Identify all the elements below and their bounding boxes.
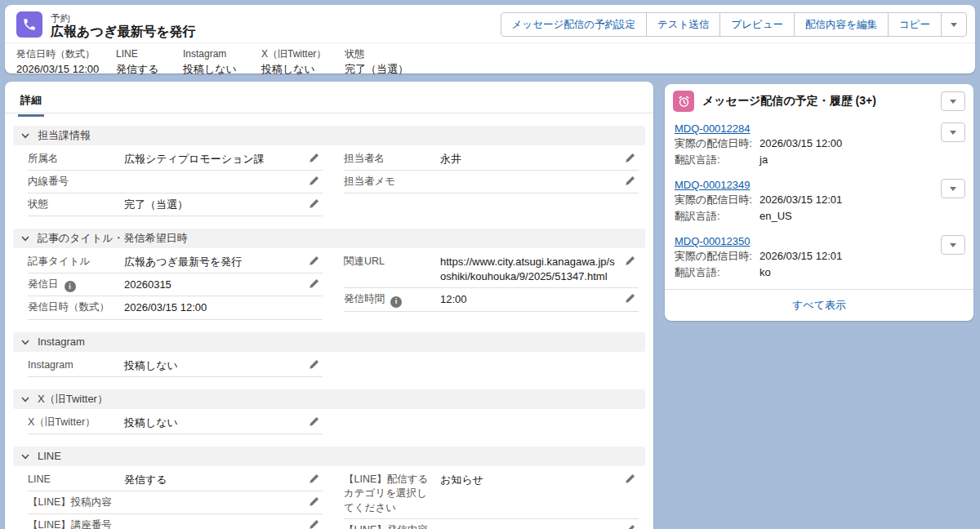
record-field: 翻訳言語: en_US <box>675 208 964 224</box>
alarm-clock-icon <box>673 91 694 112</box>
edit-pencil-icon[interactable] <box>625 473 636 485</box>
highlight-label: Instagram <box>183 49 261 60</box>
edit-pencil-icon[interactable] <box>309 359 320 371</box>
field-row-line: LINE 発信する <box>28 469 323 491</box>
schedule-message-button[interactable]: メッセージ配信の予約設定 <box>501 12 647 37</box>
field-row-extension-number: 内線番号 <box>28 171 323 193</box>
record-field-label: 実際の配信日時: <box>675 136 760 152</box>
chevron-down-icon <box>951 23 957 27</box>
edit-pencil-icon[interactable] <box>309 153 320 164</box>
record-field: 実際の配信日時: 2026/03/15 12:01 <box>675 192 964 208</box>
field-label: 担当者名 <box>344 152 440 167</box>
chevron-down-icon <box>950 131 956 135</box>
edit-delivery-content-button[interactable]: 配信内容を編集 <box>794 12 889 37</box>
field-label: 【LINE】投稿内容 <box>28 496 124 510</box>
phone-icon <box>16 11 42 38</box>
section-instagram: Instagram Instagram 投稿しない <box>13 332 645 377</box>
edit-pencil-icon[interactable] <box>309 278 320 290</box>
edit-pencil-icon[interactable] <box>625 293 636 305</box>
field-column-right: 【LINE】配信するカテゴリを選択してください お知らせ 【LINE】発信内容は <box>344 469 639 529</box>
field-value: 12:00 <box>440 292 639 307</box>
field-row-person-in-charge: 担当者名 永井 <box>344 148 639 171</box>
section-header[interactable]: 担当課情報 <box>13 126 645 145</box>
more-actions-button[interactable] <box>941 12 967 37</box>
preview-button[interactable]: プレビュー <box>719 12 795 37</box>
highlight-send-datetime: 発信日時（数式） 2026/03/15 12:00 <box>16 49 116 76</box>
field-label: 発信日時（数式） <box>28 300 124 315</box>
field-column-left: 記事タイトル 広報あつぎ最新号を発行 発信日i 20260315 発信日時（数式… <box>28 251 323 320</box>
field-value: 2026/03/15 12:00 <box>124 300 323 315</box>
record-field: 実際の配信日時: 2026/03/15 12:00 <box>675 136 964 152</box>
view-all-link[interactable]: すべて表示 <box>792 299 846 311</box>
field-label: 関連URL <box>344 255 440 269</box>
edit-pencil-icon[interactable] <box>309 198 320 210</box>
field-value: 広報あつぎ最新号を発行 <box>124 255 323 269</box>
section-body: 所属名 広報シティプロモーション課 内線番号 状態 完了（当選） 担当者名 <box>13 145 645 216</box>
section-title: X（旧Twitter） <box>38 392 108 407</box>
field-column-right: 関連URL https://www.city.atsugi.kanagawa.j… <box>344 251 639 312</box>
section-header[interactable]: Instagram <box>13 332 645 352</box>
edit-pencil-icon[interactable] <box>309 256 320 267</box>
section-body: LINE 発信する 【LINE】投稿内容 【LINE】講座番号を入力してください <box>13 466 645 529</box>
record-menu-button[interactable] <box>941 235 965 255</box>
chevron-down-icon <box>20 452 30 460</box>
page-title: 広報あつぎ最新号を発行 <box>51 24 196 39</box>
edit-pencil-icon[interactable] <box>625 176 636 187</box>
record-field-label: 翻訳言語: <box>675 264 760 281</box>
field-value: 投稿しない <box>124 358 323 373</box>
record-field-label: 実際の配信日時: <box>675 192 760 208</box>
record-menu-button[interactable] <box>941 122 965 142</box>
edit-pencil-icon[interactable] <box>309 496 320 508</box>
record-field: 翻訳言語: ja <box>675 152 964 168</box>
field-row-instagram: Instagram 投稿しない <box>28 354 323 377</box>
edit-pencil-icon[interactable] <box>625 524 636 529</box>
field-row-line-post-content: 【LINE】投稿内容 <box>28 491 323 514</box>
field-label: 発信日i <box>28 278 124 292</box>
field-row-line-send-content: 【LINE】発信内容は <box>344 519 639 529</box>
test-send-button[interactable]: テスト送信 <box>646 12 720 37</box>
tab-details[interactable]: 詳細 <box>18 93 44 117</box>
record-field-label: 翻訳言語: <box>675 152 760 168</box>
related-list-card: メッセージ配信の予定・履歴 (3+) MDQ-00012284 実際の配信日時:… <box>665 84 973 321</box>
section-header[interactable]: LINE <box>13 447 645 466</box>
field-column-right: 担当者名 永井 担当者メモ <box>344 148 639 193</box>
field-label: LINE <box>28 473 124 487</box>
entity-label: 予約 <box>51 12 70 24</box>
section-body: 記事タイトル 広報あつぎ最新号を発行 発信日i 20260315 発信日時（数式… <box>13 248 645 320</box>
field-label: X（旧Twitter） <box>28 416 124 430</box>
section-title: 記事のタイトル・発信希望日時 <box>38 231 188 246</box>
field-label: 【LINE】配信するカテゴリを選択してください <box>344 473 440 516</box>
section-body: Instagram 投稿しない <box>13 352 645 377</box>
record-page: { "colors": { "page_background": "#a6bcd… <box>0 0 980 529</box>
record-link[interactable]: MDQ-00012350 <box>675 235 751 247</box>
field-row-line-course-number: 【LINE】講座番号を入力してください <box>28 514 323 529</box>
section-header[interactable]: X（旧Twitter） <box>13 389 645 409</box>
edit-pencil-icon[interactable] <box>625 256 636 267</box>
field-column-left: Instagram 投稿しない <box>28 354 323 377</box>
related-list-menu-button[interactable] <box>941 91 965 111</box>
field-row-department-name: 所属名 広報シティプロモーション課 <box>28 148 323 171</box>
edit-pencil-icon[interactable] <box>309 416 320 428</box>
edit-pencil-icon[interactable] <box>309 176 320 187</box>
info-icon[interactable]: i <box>390 296 402 308</box>
info-icon[interactable]: i <box>65 281 76 292</box>
tab-bar: 詳細 <box>5 82 653 113</box>
edit-pencil-icon[interactable] <box>625 153 636 164</box>
record-link[interactable]: MDQ-00012349 <box>675 179 751 191</box>
field-value: 20260315 <box>124 278 323 292</box>
record-link[interactable]: MDQ-00012284 <box>675 122 751 135</box>
related-record-1: MDQ-00012284 実際の配信日時: 2026/03/15 12:00 翻… <box>665 117 973 173</box>
section-header[interactable]: 記事のタイトル・発信希望日時 <box>13 229 645 248</box>
field-label-text: 発信日 <box>28 278 59 290</box>
related-list-header: メッセージ配信の予定・履歴 (3+) <box>665 84 973 117</box>
section-line: LINE LINE 発信する 【LINE】投稿内容 【LINE】講座番号を入力し… <box>13 447 645 529</box>
chevron-down-icon <box>20 395 30 403</box>
copy-button[interactable]: コピー <box>888 12 942 37</box>
edit-pencil-icon[interactable] <box>309 473 320 485</box>
edit-pencil-icon[interactable] <box>309 519 320 529</box>
record-menu-button[interactable] <box>941 179 965 198</box>
field-column-left: LINE 発信する 【LINE】投稿内容 【LINE】講座番号を入力してください <box>28 469 323 529</box>
field-label: 内線番号 <box>28 175 124 189</box>
field-row-send-time: 発信時間i 12:00 <box>344 288 639 311</box>
highlight-label: LINE <box>116 49 183 60</box>
